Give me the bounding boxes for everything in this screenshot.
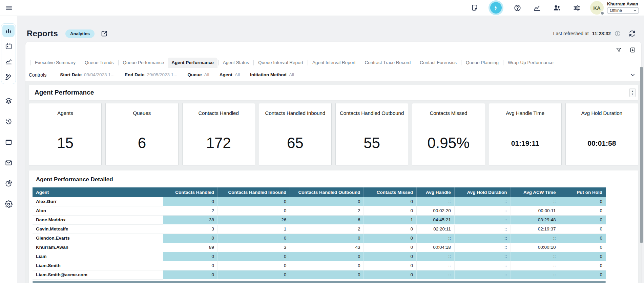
table-title: Agent Performance Detailed (36, 176, 634, 183)
horizontal-scrollbar[interactable] (33, 281, 606, 283)
column-header-contacts-handled-inbound[interactable]: Contacts Handled Inbound (218, 187, 290, 197)
page-title: Reports (27, 29, 58, 38)
filter-label: Start Date (60, 72, 82, 77)
tab-queue-interval-report[interactable]: Queue Interval Report (254, 58, 307, 68)
value-cell: 0 (364, 243, 417, 252)
filter-start-date[interactable]: Start Date09/04/2023 1... (60, 72, 115, 77)
value-cell: :: (454, 215, 511, 224)
spinner-up-icon[interactable]: ▲ (631, 90, 634, 92)
column-header-avg-acw-time[interactable]: Avg ACW Time (511, 187, 559, 197)
value-cell: :: (511, 261, 559, 270)
column-header-contacts-handled-outbound[interactable]: Contacts Handled Outbound (290, 187, 364, 197)
tab-bar: Executive SummaryQueue TrendsQueue Perfo… (25, 58, 641, 68)
value-cell: 0 (559, 252, 606, 261)
design-icon[interactable] (2, 70, 15, 83)
layers-icon[interactable] (5, 97, 13, 105)
kpi-value: 172 (183, 135, 255, 151)
value-cell: 3 (218, 243, 290, 252)
value-cell: 0 (364, 252, 417, 261)
value-cell: :: (454, 197, 511, 206)
tab-queue-trends[interactable]: Queue Trends (81, 58, 118, 68)
filter-label: Initiation Method (250, 72, 287, 77)
kpi-value: 65 (259, 135, 331, 151)
refresh-icon[interactable] (628, 30, 636, 37)
spinner-control[interactable]: ▲ ▼ (629, 88, 636, 97)
kpi-card-contacts-missed: Contacts Missed0.95% (412, 103, 485, 165)
agent-name-cell: Dane.Maddox (33, 215, 163, 224)
line-chart-icon[interactable] (2, 55, 15, 67)
spinner-down-icon[interactable]: ▼ (631, 93, 634, 95)
table-row: Liam.Smith0000::::::0 (33, 261, 606, 270)
help-icon[interactable] (514, 4, 521, 12)
column-header-avg-hold-duration[interactable]: Avg Hold Duration (454, 187, 511, 197)
tab-wrap-up-performance[interactable]: Wrap-Up Performance (504, 58, 557, 68)
column-header-put-on-hold[interactable]: Put on Hold (559, 187, 606, 197)
filter-icon[interactable] (616, 47, 622, 53)
users-icon[interactable] (553, 4, 561, 12)
mail-icon[interactable] (5, 159, 13, 167)
tab-agent-interval-report[interactable]: Agent Interval Report (309, 58, 359, 68)
value-cell: 0 (163, 252, 218, 261)
value-cell: 3 (163, 224, 218, 234)
external-link-icon[interactable] (101, 30, 108, 37)
status-select[interactable]: Offline (607, 7, 639, 14)
value-cell: 0 (559, 206, 606, 215)
value-cell: :: (454, 234, 511, 243)
chevron-down-icon[interactable] (630, 72, 636, 78)
bar-chart-icon[interactable] (2, 25, 15, 37)
value-cell: :: (417, 270, 455, 279)
filter-label: Queue (188, 72, 202, 77)
filter-value: 29/05/2023 1... (147, 72, 178, 77)
bolt-icon[interactable] (490, 2, 502, 14)
info-icon[interactable] (614, 30, 621, 37)
tab-separator (80, 60, 80, 65)
tab-contract-trace-record[interactable]: Contract Trace Record (361, 58, 414, 68)
line-chart-icon[interactable] (533, 4, 541, 12)
sliders-icon[interactable] (573, 4, 581, 12)
kpi-value: 15 (29, 135, 101, 151)
browser-icon[interactable] (5, 138, 13, 146)
tab-separator (461, 60, 461, 65)
history-icon[interactable] (5, 118, 13, 125)
topbar-icons (471, 2, 581, 14)
tab-separator (30, 60, 30, 65)
sidebar-report-group (1, 23, 16, 84)
calendar-icon[interactable] (2, 40, 15, 52)
avatar[interactable]: KA (590, 1, 604, 15)
tab-executive-summary[interactable]: Executive Summary (31, 58, 79, 68)
tab-queue-planning[interactable]: Queue Planning (462, 58, 502, 68)
value-cell: 0 (290, 197, 364, 206)
tab-queue-performance[interactable]: Queue Performance (119, 58, 168, 68)
value-cell: :: (511, 270, 559, 279)
tab-separator (503, 60, 503, 65)
filter-end-date[interactable]: End Date29/05/2023 1... (125, 72, 178, 77)
value-cell: :: (511, 197, 559, 206)
value-cell: 0 (559, 197, 606, 206)
kpi-value: 01:19:11 (489, 139, 561, 147)
vertical-scrollbar[interactable] (640, 67, 643, 243)
filter-agent[interactable]: AgentAll (220, 72, 240, 77)
export-download-icon[interactable] (629, 47, 636, 53)
value-cell: 0 (163, 270, 218, 279)
value-cell: 0 (218, 270, 290, 279)
column-header-contacts-handled[interactable]: Contacts Handled (163, 187, 218, 197)
value-cell: 0 (163, 261, 218, 270)
tab-agent-status[interactable]: Agent Status (219, 58, 253, 68)
gear-icon[interactable] (5, 200, 13, 208)
column-header-contacts-missed[interactable]: Contacts Missed (364, 187, 417, 197)
tab-contact-forensics[interactable]: Contact Forensics (416, 58, 460, 68)
value-cell: 2 (290, 206, 364, 215)
column-header-agent[interactable]: Agent (33, 187, 163, 197)
value-cell: 04:45:21 (417, 215, 455, 224)
value-cell: 0 (218, 252, 290, 261)
filters: Start Date09/04/2023 1...End Date29/05/2… (60, 72, 304, 77)
filter-initiation-method[interactable]: Initiation MethodAll (250, 72, 294, 77)
pie-chart-icon[interactable] (5, 180, 13, 187)
tab-agent-performance[interactable]: Agent Performance (168, 58, 217, 68)
filter-queue[interactable]: QueueAll (188, 72, 209, 77)
note-icon[interactable] (471, 4, 478, 12)
controls-bar: Controls Start Date09/04/2023 1...End Da… (25, 68, 641, 82)
column-header-avg-handle[interactable]: Avg Handle (417, 187, 455, 197)
value-cell: :: (454, 243, 511, 252)
menu-icon[interactable] (5, 4, 13, 12)
